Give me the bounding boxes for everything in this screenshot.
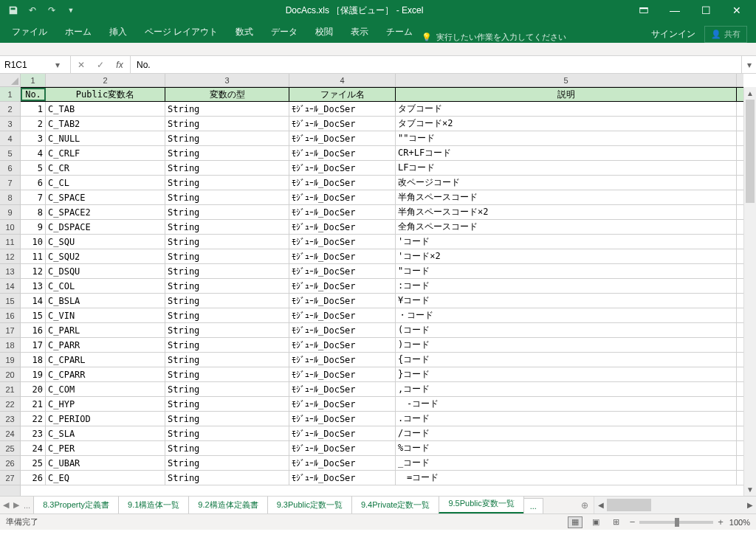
cell[interactable]: String	[165, 382, 289, 396]
cell[interactable]: ﾓｼﾞｭｰﾙ_DocSer	[289, 102, 396, 116]
cell[interactable]: ﾓｼﾞｭｰﾙ_DocSer	[289, 294, 396, 308]
normal-view-icon[interactable]: ▦	[568, 516, 583, 528]
cell[interactable]: タブコード	[396, 102, 737, 116]
cell[interactable]: String	[165, 279, 289, 293]
cell[interactable]: ﾓｼﾞｭｰﾙ_DocSer	[289, 205, 396, 219]
cell[interactable]: C_CRLF	[46, 146, 165, 160]
cell[interactable]: 24	[21, 441, 46, 455]
cell[interactable]: 'コード	[396, 235, 737, 249]
table-header-cell[interactable]: ファイル名	[289, 88, 396, 101]
cell[interactable]: ,コード	[396, 382, 737, 396]
cell[interactable]: ﾓｼﾞｭｰﾙ_DocSer	[289, 220, 396, 234]
cell[interactable]: 26	[21, 471, 46, 485]
column-header[interactable]: 5	[396, 74, 737, 86]
scroll-up-icon[interactable]: ▲	[744, 87, 756, 100]
cell[interactable]: String	[165, 397, 289, 411]
cell[interactable]: ﾓｼﾞｭｰﾙ_DocSer	[289, 235, 396, 249]
row-header[interactable]: 20	[0, 367, 20, 382]
row-header[interactable]: 23	[0, 412, 20, 426]
cell[interactable]: ﾓｼﾞｭｰﾙ_DocSer	[289, 338, 396, 352]
cell[interactable]: C_COL	[46, 279, 165, 293]
save-icon[interactable]	[4, 1, 22, 19]
cell[interactable]: 'コード×2	[396, 249, 737, 263]
cell[interactable]: ﾓｼﾞｭｰﾙ_DocSer	[289, 308, 396, 322]
maximize-icon[interactable]: ☐	[691, 1, 721, 19]
redo-icon[interactable]: ↷	[43, 1, 61, 19]
cell[interactable]: C_CR	[46, 161, 165, 175]
ribbon-tab-insert[interactable]: 挿入	[100, 21, 136, 43]
cell[interactable]: C_DSQU	[46, 264, 165, 278]
row-header[interactable]: 3	[0, 117, 20, 131]
table-header-cell[interactable]: 変数の型	[165, 88, 289, 101]
cell[interactable]: ﾓｼﾞｭｰﾙ_DocSer	[289, 382, 396, 396]
cell[interactable]: String	[165, 102, 289, 116]
cell[interactable]: String	[165, 471, 289, 485]
cell[interactable]: タブコード×2	[396, 117, 737, 131]
cell[interactable]: 10	[21, 235, 46, 249]
cell[interactable]: C_CPARR	[46, 367, 165, 381]
cell[interactable]: ﾓｼﾞｭｰﾙ_DocSer	[289, 426, 396, 440]
cell[interactable]: 8	[21, 205, 46, 219]
signin-link[interactable]: サインイン	[651, 28, 695, 41]
row-header[interactable]: 17	[0, 323, 20, 338]
hscroll-thumb[interactable]	[607, 499, 651, 511]
cell[interactable]: ﾓｼﾞｭｰﾙ_DocSer	[289, 456, 396, 470]
cell[interactable]: "コード	[396, 264, 737, 278]
cell[interactable]: 20	[21, 382, 46, 396]
sheet-tab[interactable]: 9.2構造体定義書	[188, 497, 267, 513]
cell[interactable]: 半角スペースコード×2	[396, 205, 737, 219]
ribbon-tab-data[interactable]: データ	[262, 21, 306, 43]
cell[interactable]: C_PER	[46, 441, 165, 455]
cell[interactable]: -コード	[396, 397, 737, 411]
add-sheet-icon[interactable]: ⊕	[576, 497, 594, 513]
cell[interactable]: String	[165, 117, 289, 131]
close-icon[interactable]: ✕	[722, 1, 752, 19]
cell[interactable]: 3	[21, 131, 46, 145]
row-header[interactable]: 4	[0, 131, 20, 146]
cell[interactable]: String	[165, 353, 289, 367]
cell[interactable]: C_COM	[46, 382, 165, 396]
sheet-tab-more[interactable]: ...	[523, 498, 543, 513]
zoom-track[interactable]	[639, 521, 713, 524]
cell[interactable]: String	[165, 131, 289, 145]
share-button[interactable]: 👤 共有	[704, 26, 747, 43]
cell[interactable]: 14	[21, 294, 46, 308]
cell[interactable]: C_SPACE2	[46, 205, 165, 219]
sheet-nav-next-icon[interactable]: ▶	[13, 500, 19, 510]
cell[interactable]: %コード	[396, 441, 737, 455]
scroll-down-icon[interactable]: ▼	[744, 483, 756, 496]
column-header[interactable]: 4	[289, 74, 396, 86]
minimize-icon[interactable]: —	[660, 1, 690, 19]
cell[interactable]: ﾓｼﾞｭｰﾙ_DocSer	[289, 441, 396, 455]
cell[interactable]: C_SPACE	[46, 190, 165, 204]
cell[interactable]: 22	[21, 412, 46, 426]
row-header[interactable]: 8	[0, 190, 20, 205]
row-header[interactable]: 2	[0, 102, 20, 117]
column-header[interactable]: 3	[165, 74, 289, 86]
vscroll-thumb[interactable]	[746, 100, 755, 203]
cell[interactable]: ﾓｼﾞｭｰﾙ_DocSer	[289, 367, 396, 381]
zoom-level[interactable]: 100%	[729, 518, 750, 527]
zoom-knob[interactable]	[675, 518, 679, 527]
cell[interactable]: ﾓｼﾞｭｰﾙ_DocSer	[289, 117, 396, 131]
ribbon-tab-team[interactable]: チーム	[377, 21, 422, 43]
cell[interactable]: ﾓｼﾞｭｰﾙ_DocSer	[289, 249, 396, 263]
cell[interactable]: 5	[21, 161, 46, 175]
cell[interactable]: C_CPARL	[46, 353, 165, 367]
cell[interactable]: 7	[21, 190, 46, 204]
row-header[interactable]: 25	[0, 441, 20, 456]
ribbon-tab-page-layout[interactable]: ページ レイアウト	[136, 21, 227, 43]
horizontal-scrollbar[interactable]: ◀ ▶	[594, 497, 756, 513]
undo-icon[interactable]: ↶	[24, 1, 41, 19]
cell[interactable]: ﾓｼﾞｭｰﾙ_DocSer	[289, 264, 396, 278]
cell[interactable]: 4	[21, 146, 46, 160]
cell[interactable]: _コード	[396, 456, 737, 470]
cell[interactable]: 25	[21, 456, 46, 470]
row-header[interactable]: 22	[0, 397, 20, 412]
cell[interactable]: (コード	[396, 323, 737, 337]
cell[interactable]: :コード	[396, 279, 737, 293]
sheet-nav-more-icon[interactable]: ...	[24, 501, 30, 510]
table-header-cell[interactable]: 説明	[396, 88, 737, 101]
cell[interactable]: String	[165, 161, 289, 175]
cell[interactable]: 全角スペースコード	[396, 220, 737, 234]
